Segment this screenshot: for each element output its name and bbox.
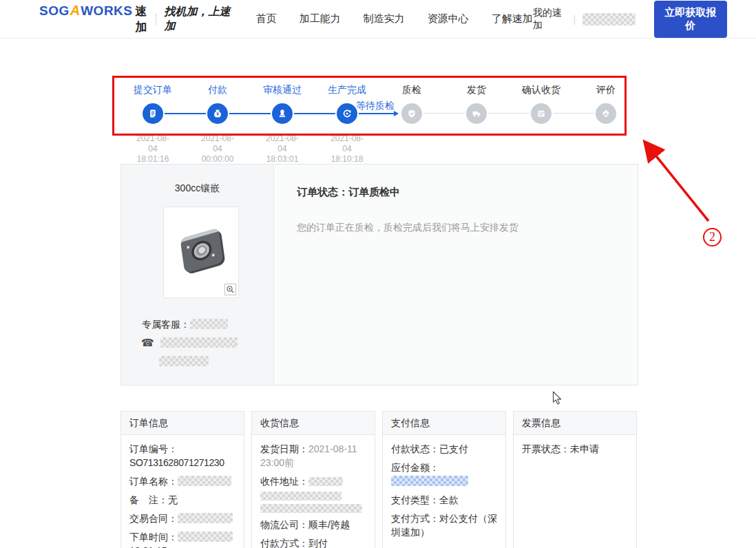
order-info-cards: 订单信息 订单编号： SO7131628071271230 订单名称： 备 注：… <box>120 411 638 548</box>
stamp-icon <box>272 103 293 124</box>
shipping-info-card: 收货信息 发货日期：2021-08-11 23:00前 收件地址： 物流公司：顺… <box>251 411 375 548</box>
order-status-line: 订单状态：订单质检中 <box>297 186 400 199</box>
main-nav: 首页 加工能力 制造实力 资源中心 了解速加 <box>256 12 533 25</box>
step-label: 付款 <box>185 83 250 98</box>
logo-tagline: 找机加，上速加 <box>165 5 234 34</box>
order-status-description: 您的订单正在质检，质检完成后我们将马上安排发货 <box>297 222 518 234</box>
invoice-info-card: 发票信息 开票状态：未申请 <box>513 411 637 548</box>
step-shipping: 发货 <box>444 83 509 165</box>
step-label: 生产完成 <box>315 83 379 98</box>
invoice-status-value: 未申请 <box>570 443 599 454</box>
zoom-preview-button[interactable] <box>224 284 236 295</box>
freight-payment-row: 付款方式：到付 <box>260 536 366 548</box>
step-label: 发货 <box>444 83 509 98</box>
address-row: 收件地址： <box>260 474 366 513</box>
payment-status-row: 付款状态：已支付 <box>391 442 497 456</box>
remark-value: 无 <box>168 494 178 505</box>
logistics-row: 物流公司：顺丰/跨越 <box>260 518 366 531</box>
shield-check-icon <box>401 103 422 124</box>
username-redacted[interactable] <box>582 13 636 25</box>
moneybag-icon: ¥ <box>207 103 228 124</box>
amount-redacted <box>391 476 468 486</box>
freight-payment-value: 到付 <box>308 538 328 548</box>
order-progress-tracker: 等待质检 提交订单 2021-08- 04 18:01:16 付款 ¥ 2021… <box>120 83 638 165</box>
order-info-card: 订单信息 订单编号： SO7131628071271230 订单名称： 备 注：… <box>120 411 244 548</box>
step-date: 2021-08- 04 18:01:16 <box>120 134 185 165</box>
service-agent-redacted <box>190 319 228 329</box>
step-date: 2021-08- 04 18:10:18 <box>315 134 379 165</box>
logo-letter-a: A <box>70 3 80 19</box>
step-label: 审核通过 <box>250 83 315 98</box>
payment-status-value: 已支付 <box>439 443 468 454</box>
step-label: 评价 <box>574 83 638 98</box>
payment-info-card: 支付信息 付款状态：已支付 应付金额： 支付类型：全款 支付方式：对公支付（深圳… <box>382 411 506 548</box>
step-label: 提交订单 <box>120 83 185 98</box>
sogaworks-logo[interactable]: SOGAWORKS 速加 <box>39 3 147 35</box>
nav-item-about[interactable]: 了解速加 <box>492 12 533 25</box>
order-status-label: 订单状态： <box>297 186 348 198</box>
address-redacted-3 <box>260 504 362 513</box>
dedicated-service-row: 专属客服： <box>142 319 228 331</box>
order-number-value: SO7131628071271230 <box>129 457 224 468</box>
card-title: 收货信息 <box>252 412 375 435</box>
truck-icon <box>466 103 487 124</box>
amount-row: 应付金额： <box>391 461 497 488</box>
step-payment: 付款 ¥ 2021-08- 04 00:00:00 <box>185 83 250 165</box>
product-summary-panel: 300cc镶嵌 <box>121 165 274 385</box>
payment-method-row: 支付方式：对公支付（深圳速加） <box>391 512 497 539</box>
step-submit-order: 提交订单 2021-08- 04 18:01:16 <box>120 83 185 165</box>
address-redacted <box>308 477 343 486</box>
logo-text-works: WORKS <box>81 3 132 19</box>
payment-type-row: 支付类型：全款 <box>391 493 497 507</box>
magnifier-icon <box>226 285 235 294</box>
invoice-status-row: 开票状态：未申请 <box>522 442 628 456</box>
header-right-group: 我的速加 | 立即获取报价 <box>533 1 727 38</box>
remark-row: 备 注：无 <box>129 493 235 507</box>
order-date-redacted <box>178 531 233 542</box>
svg-text:¥: ¥ <box>216 112 219 116</box>
tracker-steps: 提交订单 2021-08- 04 18:01:16 付款 ¥ 2021-08- … <box>120 83 638 165</box>
dedicated-service-label: 专属客服： <box>142 319 190 330</box>
my-account-link[interactable]: 我的速加 <box>533 7 567 32</box>
account-divider: | <box>573 14 576 25</box>
card-title: 订单信息 <box>121 412 244 435</box>
order-name-row: 订单名称： <box>129 474 235 488</box>
order-name-redacted <box>178 476 231 486</box>
order-time-row: 下单时间： 18:01:15 <box>129 530 235 548</box>
logo-tagline-divider <box>156 13 156 25</box>
contract-row: 交易合同： <box>129 512 235 525</box>
phone-icon: ☎ <box>141 337 154 348</box>
ship-date-row: 发货日期：2021-08-11 23:00前 <box>260 442 366 470</box>
flower-icon <box>596 103 616 124</box>
service-phone-row: ☎ <box>141 337 238 349</box>
step-label: 确认收货 <box>509 83 574 98</box>
service-phone-row-2 <box>159 355 209 368</box>
order-number-row: 订单编号： SO7131628071271230 <box>129 442 235 470</box>
step-quality-check: 质检 <box>379 83 444 165</box>
logistics-value: 顺丰/跨越 <box>308 519 350 530</box>
nav-item-capability[interactable]: 加工能力 <box>300 12 341 25</box>
step-review: 评价 <box>574 83 638 165</box>
logo-text-cn: 速加 <box>136 3 147 35</box>
step-date: 2021-08- 04 00:00:00 <box>185 134 250 165</box>
order-status-value: 订单质检中 <box>348 186 400 198</box>
step-date: 2021-08- 04 18:03:01 <box>250 134 315 165</box>
box-check-icon <box>531 103 552 124</box>
address-redacted-2 <box>260 492 342 500</box>
mouse-cursor <box>552 391 563 406</box>
product-thumbnail[interactable] <box>163 207 239 298</box>
annotation-number: 2 <box>703 228 722 246</box>
product-name: 300cc镶嵌 <box>121 182 273 195</box>
card-title: 支付信息 <box>383 412 505 435</box>
sync-icon <box>337 103 357 124</box>
nav-item-resources[interactable]: 资源中心 <box>428 12 469 25</box>
nav-item-manufacturing[interactable]: 制造实力 <box>364 12 405 25</box>
step-label: 质检 <box>379 83 444 98</box>
phone-number-redacted <box>160 337 238 348</box>
step-confirm-receipt: 确认收货 <box>509 83 574 165</box>
card-title: 发票信息 <box>514 412 636 435</box>
order-time-value: 18:01:15 <box>129 545 167 548</box>
get-quote-button[interactable]: 立即获取报价 <box>654 1 727 38</box>
nav-item-home[interactable]: 首页 <box>256 12 277 25</box>
step-production-complete: 生产完成 2021-08- 04 18:10:18 <box>315 83 379 165</box>
